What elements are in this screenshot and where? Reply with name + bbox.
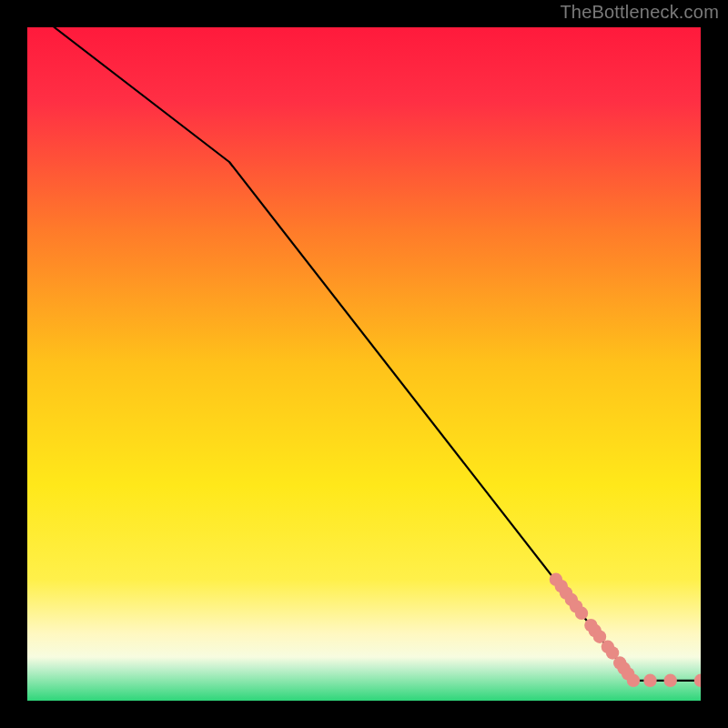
data-marker	[664, 674, 677, 687]
chart-svg	[27, 27, 701, 701]
plot-area	[27, 27, 701, 701]
gradient-background	[27, 27, 701, 701]
data-marker	[627, 674, 640, 687]
chart-frame: TheBottleneck.com	[0, 0, 728, 728]
data-marker	[575, 607, 588, 620]
data-marker	[643, 674, 656, 687]
attribution-text: TheBottleneck.com	[560, 2, 719, 23]
